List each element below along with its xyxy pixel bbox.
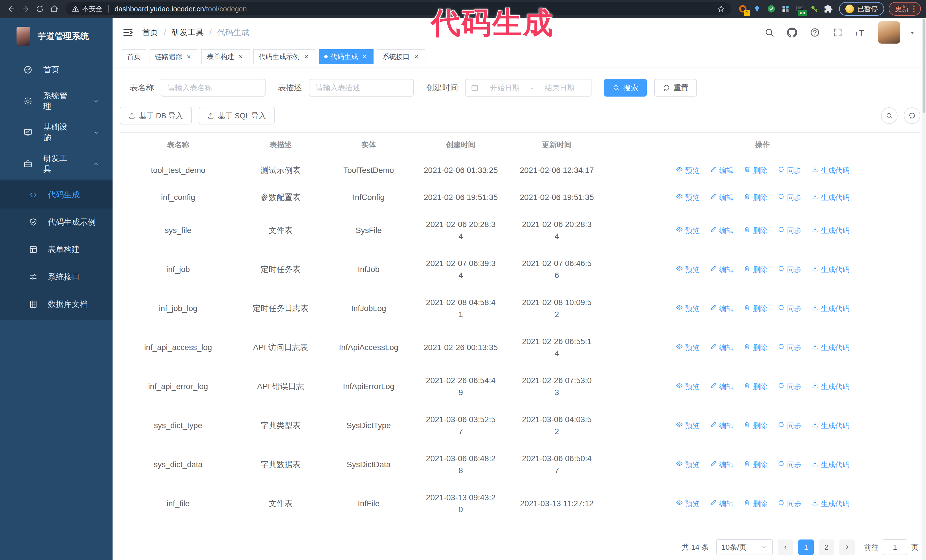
action-download[interactable]: 生成代码 xyxy=(811,420,849,431)
tab-1[interactable]: 首页 xyxy=(122,49,146,64)
action-download[interactable]: 生成代码 xyxy=(811,381,849,392)
action-edit[interactable]: 编辑 xyxy=(710,165,733,176)
tab-4[interactable]: 代码生成示例 xyxy=(253,49,315,64)
page-1-button[interactable]: 1 xyxy=(798,539,814,555)
start-date-placeholder[interactable]: 开始日期 xyxy=(479,83,531,93)
grid-blue-icon[interactable] xyxy=(779,3,792,15)
security-warning-label[interactable]: 不安全 xyxy=(82,4,103,14)
help-icon[interactable] xyxy=(810,27,820,38)
action-delete[interactable]: 删除 xyxy=(744,381,767,392)
action-sync[interactable]: 同步 xyxy=(778,342,801,353)
tab-3[interactable]: 表单构建 xyxy=(201,49,250,64)
goto-page-input[interactable] xyxy=(883,539,907,555)
action-delete[interactable]: 删除 xyxy=(744,264,767,275)
action-delete[interactable]: 删除 xyxy=(744,420,767,431)
next-page-button[interactable] xyxy=(840,539,855,555)
action-delete[interactable]: 删除 xyxy=(744,342,767,353)
user-avatar[interactable] xyxy=(878,21,900,44)
orange-ring-icon[interactable]: 1 xyxy=(737,3,749,15)
forward-icon[interactable] xyxy=(20,3,32,15)
action-sync[interactable]: 同步 xyxy=(778,420,801,431)
action-download[interactable]: 生成代码 xyxy=(811,459,849,470)
browser-menu-icon[interactable] xyxy=(913,5,915,12)
action-sync[interactable]: 同步 xyxy=(778,381,801,392)
close-icon[interactable] xyxy=(413,53,420,60)
github-icon[interactable] xyxy=(787,27,797,38)
dark-on-icon[interactable]: on xyxy=(793,3,806,15)
page-scrollbar[interactable] xyxy=(922,18,926,560)
action-eye[interactable]: 预览 xyxy=(676,498,699,509)
action-edit[interactable]: 编辑 xyxy=(710,498,733,509)
page-size-select[interactable]: 10条/页 xyxy=(716,539,773,555)
action-edit[interactable]: 编辑 xyxy=(710,303,733,314)
breadcrumb-tools[interactable]: 研发工具 xyxy=(172,27,204,38)
sidebar-item-4[interactable]: 研发工具 xyxy=(0,148,112,180)
sidebar-subitem-5[interactable]: 数据库文档 xyxy=(0,291,112,318)
action-eye[interactable]: 预览 xyxy=(676,342,699,353)
action-eye[interactable]: 预览 xyxy=(676,225,699,236)
refresh-table-icon[interactable] xyxy=(904,107,920,124)
date-range-picker[interactable]: 开始日期 - 结束日期 xyxy=(465,79,592,97)
action-delete[interactable]: 删除 xyxy=(744,225,767,236)
sidebar-item-3[interactable]: 基础设施 xyxy=(0,117,112,148)
close-icon[interactable] xyxy=(303,53,310,60)
font-size-icon[interactable]: tT xyxy=(855,27,865,38)
chrome-update-button[interactable]: 更新 xyxy=(889,2,921,16)
action-eye[interactable]: 预览 xyxy=(676,459,699,470)
action-download[interactable]: 生成代码 xyxy=(811,225,849,236)
close-icon[interactable] xyxy=(361,53,368,60)
action-delete[interactable]: 删除 xyxy=(744,459,767,470)
scrollbar-thumb[interactable] xyxy=(923,19,925,113)
search-icon[interactable] xyxy=(764,27,775,38)
url-bar[interactable]: 不安全 dashboard.yudao.iocoder.cn/tool/code… xyxy=(65,2,731,15)
bookmark-star-icon[interactable] xyxy=(717,5,725,13)
action-download[interactable]: 生成代码 xyxy=(811,342,849,353)
action-eye[interactable]: 预览 xyxy=(676,381,699,392)
action-sync[interactable]: 同步 xyxy=(778,225,801,236)
action-sync[interactable]: 同步 xyxy=(778,165,801,176)
puzzle-icon[interactable] xyxy=(822,3,835,15)
import-db-button[interactable]: 基于 DB 导入 xyxy=(120,107,192,124)
action-download[interactable]: 生成代码 xyxy=(811,303,849,314)
table-desc-input[interactable] xyxy=(309,79,414,97)
search-button[interactable]: 搜索 xyxy=(604,79,647,97)
tab-2[interactable]: 链路追踪 xyxy=(150,49,198,64)
action-edit[interactable]: 编辑 xyxy=(710,192,733,203)
fullscreen-icon[interactable] xyxy=(832,27,843,38)
import-sql-button[interactable]: 基于 SQL 导入 xyxy=(198,107,275,124)
reset-button[interactable]: 重置 xyxy=(654,79,697,97)
action-sync[interactable]: 同步 xyxy=(778,264,801,275)
action-edit[interactable]: 编辑 xyxy=(710,420,733,431)
sidebar-subitem-3[interactable]: 表单构建 xyxy=(0,236,112,263)
tab-5[interactable]: 代码生成 xyxy=(319,49,374,64)
table-name-input[interactable] xyxy=(161,79,266,97)
tab-6[interactable]: 系统接口 xyxy=(377,49,425,64)
action-eye[interactable]: 预览 xyxy=(676,165,699,176)
green-check-icon[interactable] xyxy=(765,3,778,15)
action-download[interactable]: 生成代码 xyxy=(811,192,849,203)
end-date-placeholder[interactable]: 结束日期 xyxy=(533,83,586,93)
action-edit[interactable]: 编辑 xyxy=(710,459,733,470)
breadcrumb-home[interactable]: 首页 xyxy=(142,27,158,38)
sidebar-item-1[interactable]: 首页 xyxy=(0,54,112,86)
action-eye[interactable]: 预览 xyxy=(676,303,699,314)
action-sync[interactable]: 同步 xyxy=(778,192,801,203)
close-icon[interactable] xyxy=(237,53,244,60)
profile-paused-pill[interactable]: 已暂停 xyxy=(839,2,884,16)
action-download[interactable]: 生成代码 xyxy=(811,165,849,176)
action-sync[interactable]: 同步 xyxy=(778,498,801,509)
prev-page-button[interactable] xyxy=(778,539,793,555)
close-icon[interactable] xyxy=(185,53,193,60)
action-edit[interactable]: 编辑 xyxy=(710,264,733,275)
action-download[interactable]: 生成代码 xyxy=(811,498,849,509)
action-delete[interactable]: 删除 xyxy=(744,165,767,176)
action-edit[interactable]: 编辑 xyxy=(710,342,733,353)
reload-icon[interactable] xyxy=(33,3,46,15)
action-eye[interactable]: 预览 xyxy=(676,192,699,203)
action-edit[interactable]: 编辑 xyxy=(710,381,733,392)
action-delete[interactable]: 删除 xyxy=(744,303,767,314)
action-eye[interactable]: 预览 xyxy=(676,420,699,431)
page-2-button[interactable]: 2 xyxy=(819,539,834,555)
action-delete[interactable]: 删除 xyxy=(744,192,767,203)
sidebar-subitem-2[interactable]: 代码生成示例 xyxy=(0,208,112,236)
